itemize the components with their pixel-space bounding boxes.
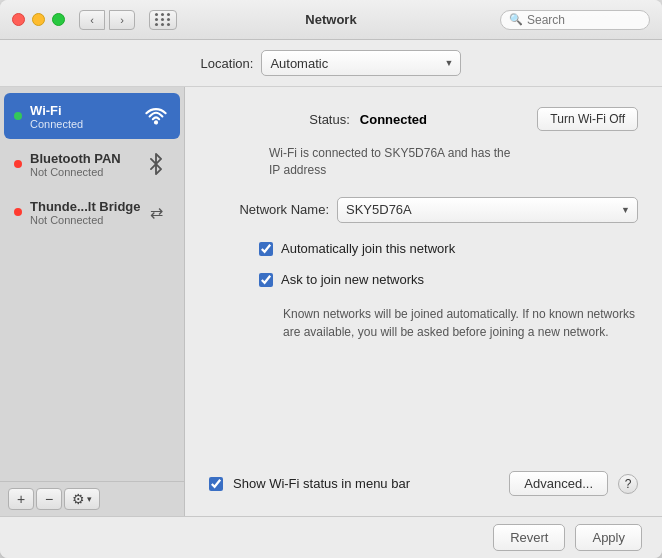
sidebar-tb-status: Not Connected — [30, 214, 142, 226]
thunderbolt-icon: ⇄ — [142, 198, 170, 226]
sidebar-wifi-name: Wi-Fi — [30, 103, 142, 118]
title-bar: ‹ › Network 🔍 — [0, 0, 662, 40]
location-select-wrap[interactable]: Automatic Custom Location — [261, 50, 461, 76]
add-network-button[interactable]: + — [8, 488, 34, 510]
location-select[interactable]: Automatic Custom Location — [261, 50, 461, 76]
window-title: Network — [305, 12, 356, 27]
sidebar-item-wifi-text: Wi-Fi Connected — [30, 103, 142, 130]
status-dot-red-bt — [14, 160, 22, 168]
sidebar-list: Wi-Fi Connected — [0, 87, 184, 481]
search-input[interactable] — [527, 13, 637, 27]
network-name-label: Network Name: — [209, 202, 329, 217]
main-content: Wi-Fi Connected — [0, 87, 662, 516]
status-dot-red-tb — [14, 208, 22, 216]
detail-panel: Status: Connected Turn Wi-Fi Off Wi-Fi i… — [185, 87, 662, 516]
minimize-button[interactable] — [32, 13, 45, 26]
sidebar-item-thunderbolt[interactable]: Thunde...lt Bridge Not Connected ⇄ — [4, 189, 180, 235]
advanced-button[interactable]: Advanced... — [509, 471, 608, 496]
sidebar-wifi-status: Connected — [30, 118, 142, 130]
traffic-lights — [12, 13, 65, 26]
maximize-button[interactable] — [52, 13, 65, 26]
location-bar: Location: Automatic Custom Location — [0, 40, 662, 87]
ask-join-row: Ask to join new networks — [259, 272, 638, 287]
apply-button[interactable]: Apply — [575, 524, 642, 551]
sidebar-toolbar: + − ⚙ ▾ — [0, 481, 184, 516]
connection-info: Wi-Fi is connected to SKY5D76A and has t… — [269, 145, 638, 179]
apps-button[interactable] — [149, 10, 177, 30]
location-label: Location: — [201, 56, 254, 71]
sidebar-tb-name: Thunde...lt Bridge — [30, 199, 142, 214]
ask-join-checkbox[interactable] — [259, 273, 273, 287]
remove-network-button[interactable]: − — [36, 488, 62, 510]
sidebar-bt-name: Bluetooth PAN — [30, 151, 142, 166]
status-label: Status: — [309, 112, 349, 127]
status-dot-green — [14, 112, 22, 120]
sidebar-bt-status: Not Connected — [30, 166, 142, 178]
auto-join-checkbox[interactable] — [259, 242, 273, 256]
window: ‹ › Network 🔍 Location: Automatic Custom… — [0, 0, 662, 558]
status-row: Status: Connected Turn Wi-Fi Off — [209, 107, 638, 131]
forward-button[interactable]: › — [109, 10, 135, 30]
network-settings-button[interactable]: ⚙ ▾ — [64, 488, 100, 510]
gear-icon: ⚙ — [72, 491, 85, 507]
bluetooth-icon — [142, 150, 170, 178]
auto-join-label[interactable]: Automatically join this network — [281, 241, 455, 256]
network-name-row: Network Name: SKY5D76A — [209, 197, 638, 223]
auto-join-row: Automatically join this network — [259, 241, 638, 256]
bottom-bar: Revert Apply — [0, 516, 662, 558]
network-name-select-wrap[interactable]: SKY5D76A — [337, 197, 638, 223]
sidebar-item-wifi[interactable]: Wi-Fi Connected — [4, 93, 180, 139]
back-button[interactable]: ‹ — [79, 10, 105, 30]
sidebar-item-bluetooth[interactable]: Bluetooth PAN Not Connected — [4, 141, 180, 187]
sidebar: Wi-Fi Connected — [0, 87, 185, 516]
sidebar-bt-text: Bluetooth PAN Not Connected — [30, 151, 142, 178]
close-button[interactable] — [12, 13, 25, 26]
network-name-select[interactable]: SKY5D76A — [337, 197, 638, 223]
show-wifi-checkbox[interactable] — [209, 477, 223, 491]
turn-wifi-off-button[interactable]: Turn Wi-Fi Off — [537, 107, 638, 131]
bottom-controls-row: Show Wi-Fi status in menu bar Advanced..… — [209, 471, 638, 496]
nav-buttons: ‹ › — [79, 10, 135, 30]
spacer — [209, 359, 638, 461]
help-button[interactable]: ? — [618, 474, 638, 494]
ask-join-description: Known networks will be joined automatica… — [283, 305, 638, 341]
show-wifi-label[interactable]: Show Wi-Fi status in menu bar — [233, 476, 410, 491]
wifi-icon — [142, 102, 170, 130]
chevron-down-icon: ▾ — [87, 494, 92, 504]
ask-join-label[interactable]: Ask to join new networks — [281, 272, 424, 287]
search-icon: 🔍 — [509, 13, 523, 26]
sidebar-tb-text: Thunde...lt Bridge Not Connected — [30, 199, 142, 226]
apps-grid-icon — [155, 13, 171, 26]
search-bar[interactable]: 🔍 — [500, 10, 650, 30]
svg-point-0 — [155, 121, 157, 123]
revert-button[interactable]: Revert — [493, 524, 565, 551]
status-value: Connected — [360, 112, 427, 127]
